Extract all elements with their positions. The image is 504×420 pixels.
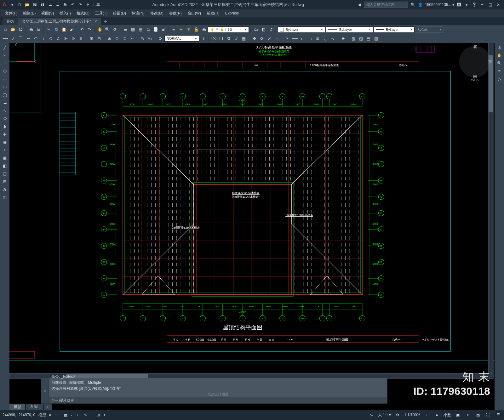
tb-props-icon[interactable]: ☰ bbox=[122, 26, 129, 33]
dim-update-icon[interactable]: ⟳ bbox=[157, 35, 164, 42]
tb-zoom-icon[interactable]: 🔍 bbox=[104, 26, 111, 33]
mod-scale-icon[interactable]: ⤢ bbox=[266, 35, 273, 42]
status-fullscreen-icon[interactable]: ⛶ bbox=[484, 411, 491, 418]
tb-new-icon[interactable]: 🗋 bbox=[2, 26, 9, 33]
dim-radius-icon[interactable]: ◠ bbox=[32, 35, 39, 42]
ellipse-icon[interactable]: ⬭ bbox=[1, 115, 9, 122]
recent-search-icon[interactable]: ◀ bbox=[356, 2, 362, 8]
dim-quick-icon[interactable]: ⊩ bbox=[62, 35, 69, 42]
mod-explode-icon[interactable]: ✸ bbox=[340, 35, 346, 42]
point-icon[interactable]: • bbox=[1, 146, 9, 153]
view-cube[interactable]: 北 东 南 WCS bbox=[459, 46, 491, 77]
dim-cen-icon[interactable]: ⊙ bbox=[113, 35, 120, 42]
menu-5[interactable]: 工具(T) bbox=[93, 10, 110, 17]
modelspace-tab[interactable]: 模型 bbox=[9, 404, 25, 410]
polyline-icon[interactable]: ⟋ bbox=[1, 60, 9, 67]
layer-icon[interactable]: ≡ bbox=[170, 26, 177, 33]
arc-icon[interactable]: ◠ bbox=[1, 83, 9, 90]
status-anno-icon[interactable]: ▤ bbox=[474, 411, 481, 418]
dim-edit-icon[interactable]: ✎ bbox=[139, 35, 146, 42]
mod-break-icon[interactable]: ⊏ bbox=[299, 35, 306, 42]
tb-dc-icon[interactable]: ▦ bbox=[129, 26, 136, 33]
saveas-icon[interactable]: 🖬 bbox=[40, 2, 45, 8]
spline-icon[interactable]: ∿ bbox=[1, 107, 9, 114]
dim-space-icon[interactable]: ⊞ bbox=[88, 35, 95, 42]
plot-icon[interactable]: 🖶 bbox=[62, 2, 68, 8]
hatch-icon[interactable]: ▦ bbox=[1, 154, 9, 161]
redo-icon[interactable]: ↷ bbox=[77, 2, 83, 8]
dim-cont-icon[interactable]: ⫴ bbox=[77, 35, 84, 42]
layout1-tab[interactable]: 布局1 bbox=[26, 404, 43, 410]
insert-icon[interactable]: ✚ bbox=[1, 131, 9, 138]
tb-ssm-icon[interactable]: 🗂 bbox=[145, 26, 152, 33]
menu-dropdown-icon[interactable]: ▾ bbox=[9, 2, 15, 8]
layer-lock-icon[interactable]: 🔓 bbox=[193, 26, 200, 33]
status-dot-icon[interactable]: ● bbox=[433, 411, 440, 418]
menu-7[interactable]: 标注(N) bbox=[129, 10, 147, 17]
mod-fillet-icon[interactable]: ◟ bbox=[322, 35, 329, 42]
menu-9[interactable]: 参数(P) bbox=[167, 10, 184, 17]
mod-chamfer-icon[interactable]: ⧄ bbox=[314, 35, 321, 42]
menu-11[interactable]: 帮助(H) bbox=[204, 10, 222, 17]
undo-icon[interactable]: ↶ bbox=[70, 2, 76, 8]
dim-style-combo[interactable]: NORMAL▾ bbox=[164, 35, 199, 42]
polygon-icon[interactable]: ⬠ bbox=[1, 68, 9, 75]
dim-dia-icon[interactable]: ⊘ bbox=[47, 35, 54, 42]
status-drafting[interactable]: # ::: ▦ ⌐ ∟ ✎ ⟂ ⊞ ⌖ bbox=[49, 413, 107, 417]
status-scale-set[interactable]: 人 1:1 ▾ bbox=[378, 412, 391, 418]
mod-move-icon[interactable]: ✥ bbox=[251, 35, 258, 42]
dim-tol-icon[interactable]: ⊕ bbox=[106, 35, 113, 42]
layer-on-icon[interactable]: ☀ bbox=[178, 26, 185, 33]
mod-mirror-icon[interactable]: ⧉ bbox=[225, 35, 232, 42]
status-isoview-icon[interactable]: ▣ bbox=[454, 411, 461, 418]
gradient-icon[interactable]: ◧ bbox=[1, 162, 9, 169]
command-input[interactable]: ▷─ 键入命令 bbox=[49, 397, 387, 403]
tb-tpal-icon[interactable]: ▤ bbox=[137, 26, 144, 33]
rect-icon[interactable]: ▭ bbox=[1, 76, 9, 82]
nav-zoom-icon[interactable]: 🔍 bbox=[495, 60, 503, 67]
tb-undo2-icon[interactable]: ↶ bbox=[78, 26, 85, 33]
close-button[interactable]: ✕ bbox=[495, 2, 501, 8]
mod-array-icon[interactable]: ▦ bbox=[240, 35, 247, 42]
help-icon[interactable]: ❔ bbox=[471, 2, 477, 8]
dim-break-icon[interactable]: ⊟ bbox=[95, 35, 102, 42]
tb-match-icon[interactable]: 🖌 bbox=[68, 26, 75, 33]
dim-aligned-icon[interactable]: ⤢ bbox=[9, 35, 16, 42]
user-label[interactable]: 15059991135... ▾ bbox=[425, 3, 454, 7]
mtext-icon[interactable]: A bbox=[1, 186, 9, 193]
app-logo[interactable]: A bbox=[3, 2, 6, 8]
tab-start[interactable]: 开始 bbox=[3, 18, 18, 25]
tb-paste-icon[interactable]: 📋 bbox=[60, 26, 67, 33]
minimize-button[interactable]: ━ bbox=[479, 2, 485, 8]
dim-tedit-icon[interactable]: A↕ bbox=[146, 35, 153, 42]
tab-new-button[interactable]: ＋ bbox=[102, 18, 109, 25]
menu-6[interactable]: 绘图(D) bbox=[111, 10, 129, 17]
nav-pan-icon[interactable]: ✋ bbox=[495, 52, 503, 59]
circle-icon[interactable]: ◯ bbox=[1, 91, 9, 98]
status-ratio[interactable]: 1:1/100% bbox=[404, 413, 420, 417]
save-icon[interactable]: 🖫 bbox=[32, 2, 38, 8]
block-icon[interactable]: ▣ bbox=[1, 139, 9, 145]
restore-button[interactable]: ◱ bbox=[487, 2, 493, 8]
menu-4[interactable]: 格式(O) bbox=[74, 10, 92, 17]
new-icon[interactable]: 🗋 bbox=[17, 2, 23, 8]
dim-base-icon[interactable]: ⊪ bbox=[70, 35, 77, 42]
region-icon[interactable]: ▢ bbox=[1, 170, 9, 177]
tb-save-icon[interactable]: 🖫 bbox=[17, 26, 24, 33]
status-scale-icon[interactable]: ⚖ bbox=[368, 411, 375, 418]
tb-preview-icon[interactable]: 🗎 bbox=[35, 26, 42, 33]
dim-ang-icon[interactable]: ∠ bbox=[55, 35, 62, 42]
cloud-save-icon[interactable]: ☁ bbox=[55, 2, 60, 8]
exchange-icon[interactable]: 🅰 bbox=[456, 2, 462, 8]
cmd-close-icon[interactable]: ✕ bbox=[41, 378, 49, 404]
pline-icon[interactable]: ⌁ bbox=[1, 52, 9, 59]
tb-orbit-icon[interactable]: ⟳ bbox=[112, 26, 118, 33]
status-custom-icon[interactable]: ☰ bbox=[495, 411, 501, 418]
draworder4-icon[interactable]: ▥ bbox=[373, 35, 380, 42]
menu-2[interactable]: 视图(V) bbox=[39, 10, 56, 17]
dim-insp-icon[interactable]: ⬭ bbox=[121, 35, 128, 42]
menu-10[interactable]: 窗口(W) bbox=[185, 10, 203, 17]
status-space[interactable]: 模型 bbox=[38, 412, 46, 418]
dim-ord-icon[interactable]: ⊢ bbox=[25, 35, 32, 42]
menu-3[interactable]: 插入(I) bbox=[57, 10, 73, 17]
